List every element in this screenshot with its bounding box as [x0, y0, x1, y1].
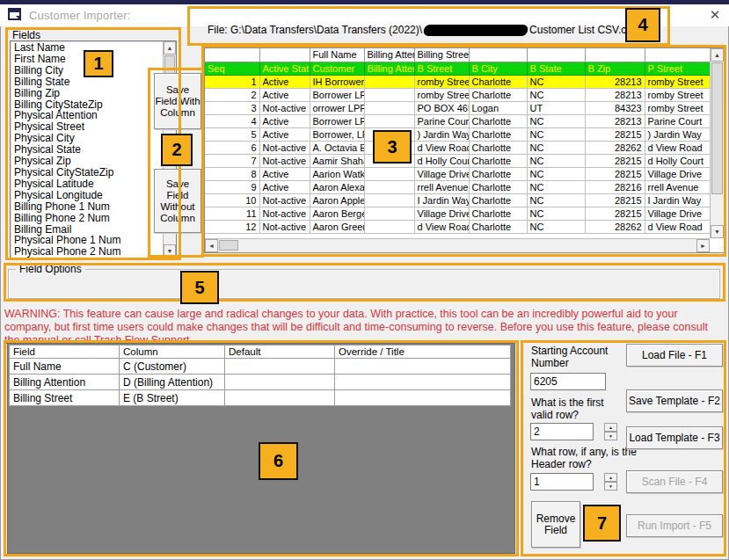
grid-cell[interactable]: Charlotte: [469, 220, 527, 233]
grid-cell[interactable]: NC: [527, 88, 585, 101]
grid-cell[interactable]: Parine Court: [645, 114, 710, 127]
grid-cell[interactable]: Borrower LP: [310, 88, 364, 101]
field-list-item[interactable]: Billing Zip: [14, 88, 176, 99]
grid-cell[interactable]: Village Drive: [645, 167, 710, 180]
grid-cell[interactable]: 12: [205, 220, 259, 233]
grid-cell[interactable]: Not-active: [259, 193, 310, 207]
grid-scroll-up-icon[interactable]: ▲: [711, 48, 724, 62]
mapping-header-cell[interactable]: Field: [10, 345, 120, 359]
grid-cell[interactable]: 3: [205, 101, 259, 114]
grid-cell[interactable]: B Zip: [585, 62, 645, 75]
grid-cell[interactable]: NC: [527, 193, 585, 207]
grid-cell[interactable]: IH Borrower: [310, 75, 364, 88]
grid-cell[interactable]: B State: [527, 62, 585, 75]
grid-cell[interactable]: [364, 167, 414, 180]
mapping-cell[interactable]: [335, 375, 511, 390]
mapping-cell[interactable]: D (Billing Attention): [120, 375, 225, 390]
grid-cell[interactable]: NC: [527, 180, 585, 193]
grid-cell[interactable]: PO BOX 465: [414, 101, 469, 114]
grid-cell[interactable]: 28262: [585, 141, 645, 154]
grid-cell[interactable]: Charlotte: [469, 180, 527, 193]
grid-cell[interactable]: Seq: [205, 62, 259, 75]
grid-cell[interactable]: NC: [527, 154, 585, 167]
grid-cell[interactable]: Village Drive: [645, 207, 710, 220]
grid-cell[interactable]: UT: [527, 101, 585, 114]
grid-cell[interactable]: NC: [527, 114, 585, 127]
grid-cell[interactable]: 6: [205, 141, 259, 154]
load-file-f1-button[interactable]: Load File - F1: [626, 344, 723, 367]
grid-cell[interactable]: [259, 48, 310, 62]
grid-cell[interactable]: I Jardin Way: [414, 193, 469, 207]
first-valid-row-stepper[interactable]: ▲ ▼: [604, 423, 617, 440]
grid-cell[interactable]: 4: [205, 114, 259, 127]
grid-cell[interactable]: Billing Street: [414, 48, 469, 62]
field-list-item[interactable]: Physical Phone 2 Num: [14, 246, 176, 258]
grid-cell[interactable]: 7: [205, 154, 259, 167]
grid-cell[interactable]: [364, 75, 414, 88]
stepper-down-icon[interactable]: ▼: [604, 482, 617, 491]
grid-cell[interactable]: Parine Court: [414, 114, 469, 127]
scroll-up-icon[interactable]: ▲: [164, 41, 176, 55]
load-template-f3-button[interactable]: Load Template - F3: [626, 426, 723, 449]
field-list-item[interactable]: Billing State: [14, 76, 176, 88]
field-list-item[interactable]: Billing Phone 1 Num: [14, 201, 176, 213]
grid-cell[interactable]: [364, 114, 414, 127]
grid-hscroll-thumb[interactable]: [219, 240, 238, 251]
grid-cell[interactable]: 28215: [585, 167, 645, 180]
field-list-item[interactable]: Physical Latitude: [14, 178, 176, 190]
grid-cell[interactable]: romby Street: [414, 88, 469, 101]
grid-cell[interactable]: Charlotte: [469, 127, 527, 141]
mapping-cell[interactable]: C (Customer): [120, 359, 225, 375]
grid-cell[interactable]: d View Road: [645, 141, 710, 154]
grid-cell[interactable]: NC: [527, 207, 585, 220]
grid-cell[interactable]: Charlotte: [469, 114, 527, 127]
grid-cell[interactable]: 84323: [585, 101, 645, 114]
grid-cell[interactable]: Billing Attent: [364, 48, 414, 62]
grid-vertical-scrollbar[interactable]: ▲ ▼: [710, 48, 724, 238]
grid-cell[interactable]: B City: [469, 62, 527, 75]
grid-cell[interactable]: Not-active: [259, 154, 310, 167]
grid-cell[interactable]: romby Street: [645, 101, 710, 114]
grid-cell[interactable]: orrower LPP: [310, 101, 364, 114]
grid-cell[interactable]: I Jardin Way: [645, 193, 710, 207]
grid-cell[interactable]: Borrower, LP: [310, 127, 364, 141]
grid-cell[interactable]: 2: [205, 88, 259, 101]
grid-cell[interactable]: 5: [205, 127, 259, 141]
grid-cell[interactable]: [527, 48, 585, 62]
grid-cell[interactable]: Village Drive: [414, 207, 469, 220]
grid-cell[interactable]: NC: [527, 220, 585, 233]
grid-cell[interactable]: 28213: [585, 75, 645, 88]
mapping-header-cell[interactable]: Override / Title: [335, 345, 511, 359]
grid-cell[interactable]: Active: [259, 180, 310, 193]
grid-cell[interactable]: Billing Attent: [364, 62, 414, 75]
grid-cell[interactable]: d Holly Court: [645, 154, 710, 167]
scroll-down-icon[interactable]: ▼: [164, 244, 176, 258]
grid-cell[interactable]: 28215: [585, 193, 645, 207]
close-icon[interactable]: ✕: [704, 5, 725, 25]
grid-cell[interactable]: d View Road: [414, 220, 469, 233]
grid-cell[interactable]: P Street: [645, 62, 710, 75]
grid-cell[interactable]: B Street: [414, 62, 469, 75]
grid-cell[interactable]: Active: [259, 114, 310, 127]
grid-cell[interactable]: Active: [259, 127, 310, 141]
preview-grid[interactable]: Full NameBilling AttentBilling StreetSeq…: [204, 47, 725, 253]
grid-cell[interactable]: rrell Avenue: [645, 180, 710, 193]
grid-cell[interactable]: [364, 88, 414, 101]
mapping-cell[interactable]: [225, 375, 335, 390]
grid-cell[interactable]: Aaron Berge: [310, 207, 364, 220]
grid-cell[interactable]: NC: [527, 141, 585, 154]
starting-account-input[interactable]: [530, 373, 606, 390]
grid-cell[interactable]: Aaron Greer: [310, 220, 364, 233]
mapping-cell[interactable]: [335, 390, 511, 406]
remove-field-button[interactable]: Remove Field: [531, 501, 580, 548]
grid-cell[interactable]: NC: [527, 127, 585, 141]
grid-cell[interactable]: Not-active: [259, 207, 310, 220]
grid-cell[interactable]: Borrower LP: [310, 114, 364, 127]
grid-cell[interactable]: d Holly Court: [414, 154, 469, 167]
grid-cell[interactable]: 28216: [585, 180, 645, 193]
mapping-cell[interactable]: Full Name: [10, 359, 120, 375]
mapping-cell[interactable]: E (B Street): [120, 390, 225, 406]
mapping-cell[interactable]: [225, 359, 335, 375]
grid-cell[interactable]: [364, 193, 414, 207]
grid-cell[interactable]: 28213: [585, 114, 645, 127]
